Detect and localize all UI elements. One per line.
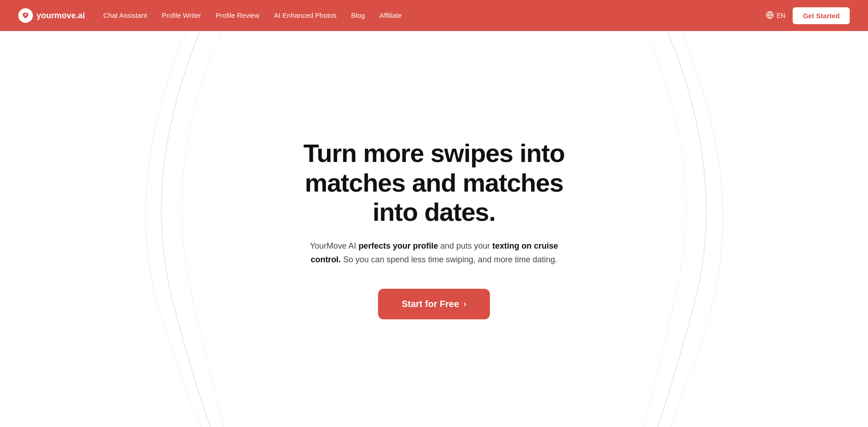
nav-item-profile-review[interactable]: Profile Review [216,11,259,20]
hero-content: Turn more swipes into matches and matche… [284,139,585,319]
start-btn-label: Start for Free [402,299,459,309]
subtitle-mid: and puts your [438,241,492,250]
nav-item-profile-writer[interactable]: Profile Writer [162,11,201,20]
nav-link-enhanced-photos[interactable]: AI Enhanced Photos [274,11,337,19]
nav-link-profile-writer[interactable]: Profile Writer [162,11,201,19]
get-started-button[interactable]: Get Started [793,7,850,24]
nav-item-blog[interactable]: Blog [351,11,365,20]
svg-point-0 [25,14,26,16]
subtitle-bold1: perfects your profile [358,241,438,250]
hero-section: Turn more swipes into matches and matche… [0,31,868,427]
language-label: EN [777,12,785,19]
logo[interactable]: yourmove.ai [18,8,85,23]
start-for-free-button[interactable]: Start for Free › [378,289,490,319]
nav-link-affiliate[interactable]: Affiliate [379,11,402,19]
nav-item-affiliate[interactable]: Affiliate [379,11,402,20]
arrow-icon: › [463,299,466,309]
subtitle-start: YourMove AI [310,241,358,250]
nav-item-enhanced-photos[interactable]: AI Enhanced Photos [274,11,337,20]
nav-link-profile-review[interactable]: Profile Review [216,11,259,19]
logo-icon [18,8,33,23]
nav-item-chat-assistant[interactable]: Chat Assistant [103,11,147,20]
hero-subtitle: YourMove AI perfects your profile and pu… [302,240,567,266]
hero-title: Turn more swipes into matches and matche… [293,139,576,227]
subtitle-end: So you can spend less time swiping, and … [341,255,557,264]
nav-link-chat-assistant[interactable]: Chat Assistant [103,11,147,19]
nav-link-blog[interactable]: Blog [351,11,365,19]
navbar-left: yourmove.ai Chat Assistant Profile Write… [18,8,402,23]
language-button[interactable]: EN [766,11,785,21]
navbar-right: EN Get Started [766,7,850,24]
logo-text: yourmove.ai [37,11,85,21]
navbar: yourmove.ai Chat Assistant Profile Write… [0,0,868,31]
nav-links: Chat Assistant Profile Writer Profile Re… [103,11,402,20]
globe-icon [766,11,774,21]
